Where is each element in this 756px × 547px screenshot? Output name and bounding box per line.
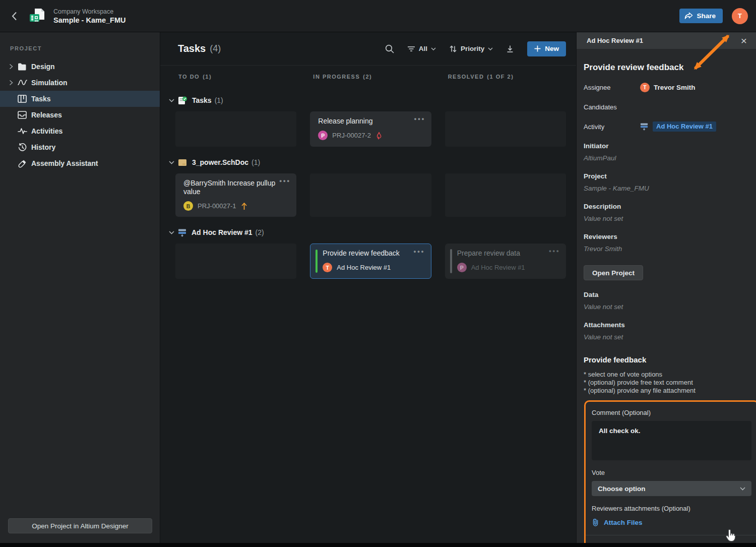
card-menu-icon[interactable]: ●●● bbox=[413, 249, 424, 254]
reviewers-value: Trevor Smith bbox=[584, 245, 756, 253]
project-logo-icon bbox=[27, 6, 47, 26]
activity-pulse-icon bbox=[17, 128, 27, 135]
filter-dropdown[interactable]: All bbox=[407, 45, 436, 52]
empty-slot bbox=[310, 173, 431, 217]
task-card-prepare-review-data[interactable]: Prepare review data ●●● P Ad Hoc Review … bbox=[445, 244, 566, 279]
sidebar-item-simulation[interactable]: Simulation bbox=[0, 75, 160, 91]
user-avatar[interactable]: T bbox=[732, 8, 748, 24]
description-value: Value not set bbox=[584, 215, 756, 222]
avatar: B bbox=[183, 201, 193, 211]
sidebar-item-tasks[interactable]: Tasks bbox=[0, 91, 160, 107]
reviewers-field: Reviewers Trevor Smith bbox=[584, 233, 756, 253]
task-title: Provide review feedback bbox=[584, 63, 756, 73]
data-label: Data bbox=[584, 291, 756, 298]
instruction-line: * (optional) provide free text comment bbox=[584, 379, 756, 387]
share-button[interactable]: Share bbox=[679, 9, 723, 23]
sidebar-item-assembly-assistant[interactable]: Assembly Assistant bbox=[0, 155, 160, 171]
screwdriver-icon bbox=[17, 159, 27, 168]
group-count: (1) bbox=[215, 96, 223, 104]
download-button[interactable] bbox=[506, 45, 514, 53]
back-button[interactable] bbox=[4, 6, 24, 26]
sidebar-item-label: History bbox=[31, 143, 55, 151]
project-field: Project Sample - Kame_FMU bbox=[584, 172, 756, 192]
feedback-form-highlight: Comment (Optional) All check ok. Vote Ch… bbox=[584, 400, 756, 547]
card-reference: PRJ-00027-2 bbox=[332, 132, 371, 139]
card-menu-icon[interactable]: ●●● bbox=[549, 249, 560, 254]
comment-input[interactable]: All check ok. bbox=[592, 421, 751, 460]
card-reference: PRJ-00027-1 bbox=[198, 202, 236, 210]
new-task-button[interactable]: New bbox=[527, 41, 566, 56]
panel-header-title: Ad Hoc Review #1 bbox=[587, 37, 738, 44]
review-activity-icon bbox=[178, 228, 187, 237]
group-header[interactable]: Tasks (1) bbox=[160, 94, 576, 107]
card-activity-tag: Ad Hoc Review #1 bbox=[337, 264, 391, 271]
priority-up-arrow-icon bbox=[241, 202, 247, 210]
page-title: Tasks bbox=[178, 43, 206, 54]
reviewers-label: Reviewers bbox=[584, 233, 756, 240]
sidebar-item-design[interactable]: Design bbox=[0, 58, 160, 75]
description-field: Description Value not set bbox=[584, 203, 756, 222]
project-name: Sample - Kame_FMU bbox=[53, 16, 125, 24]
initiator-value: AltiumPaul bbox=[584, 154, 756, 162]
card-activity-tag: Ad Hoc Review #1 bbox=[471, 264, 525, 271]
empty-slot bbox=[175, 244, 296, 279]
chevron-down-icon[interactable] bbox=[169, 161, 174, 164]
vote-selected-value: Choose option bbox=[598, 485, 740, 493]
card-title: Prepare review data bbox=[457, 249, 559, 258]
releases-icon bbox=[17, 111, 27, 119]
avatar: P bbox=[318, 131, 328, 140]
task-card-release-planning[interactable]: Release planning ●●● P PRJ-00027-2 bbox=[310, 111, 431, 147]
sidebar-item-label: Activities bbox=[31, 127, 62, 135]
panel-header: Ad Hoc Review #1 × bbox=[577, 32, 756, 49]
group-header[interactable]: Ad Hoc Review #1 (2) bbox=[160, 226, 576, 239]
download-icon bbox=[506, 45, 514, 53]
chevron-down-icon[interactable] bbox=[169, 231, 174, 234]
group-name: 3_power.SchDoc bbox=[192, 158, 248, 166]
reviewers-attachments-label: Reviewers attachments (Optional) bbox=[592, 505, 751, 512]
group-3-power-schdoc: 3_power.SchDoc (1) @BarrySmith Increase … bbox=[160, 156, 576, 217]
sort-dropdown[interactable]: Priority bbox=[449, 45, 493, 52]
task-card-provide-review-feedback[interactable]: Provide review feedback ●●● T Ad Hoc Rev… bbox=[310, 244, 431, 279]
chevron-right-icon[interactable] bbox=[7, 64, 15, 70]
sort-label: Priority bbox=[461, 45, 484, 52]
column-headers: TO DO(1) IN PROGRESS(2) RESOLVED(1 OF 2) bbox=[160, 66, 576, 85]
workspace-label: Company Workspace bbox=[53, 8, 125, 15]
column-header-in-progress: IN PROGRESS(2) bbox=[310, 74, 431, 80]
close-icon[interactable]: × bbox=[738, 34, 750, 47]
sidebar-item-history[interactable]: History bbox=[0, 139, 160, 155]
open-project-in-altium-designer-button[interactable]: Open Project in Altium Designer bbox=[8, 518, 152, 533]
chevron-right-icon[interactable] bbox=[7, 80, 15, 86]
panel-body: Provide review feedback Assignee T Trevo… bbox=[577, 49, 756, 547]
chevron-left-icon bbox=[12, 12, 17, 21]
group-header[interactable]: 3_power.SchDoc (1) bbox=[160, 156, 576, 169]
kanban-icon bbox=[17, 95, 27, 103]
chevron-down-icon[interactable] bbox=[169, 99, 174, 102]
schematic-document-icon bbox=[178, 159, 187, 166]
assignee-row: Assignee T Trevor Smith bbox=[584, 82, 756, 92]
sidebar: PROJECT Design Simulation Tasks Releases bbox=[0, 32, 160, 547]
plus-icon bbox=[534, 45, 541, 52]
instruction-line: * (optional) provide any file attachment bbox=[584, 387, 756, 395]
open-project-button[interactable]: Open Project bbox=[584, 265, 643, 280]
history-clock-icon bbox=[17, 143, 27, 152]
group-ad-hoc-review: Ad Hoc Review #1 (2) Provide review feed… bbox=[160, 226, 576, 279]
search-button[interactable] bbox=[385, 44, 394, 53]
attach-files-link[interactable]: Attach Files bbox=[592, 518, 751, 526]
chevron-down-icon bbox=[488, 47, 493, 50]
card-menu-icon[interactable]: ●●● bbox=[414, 116, 425, 121]
card-menu-icon[interactable]: ●●● bbox=[279, 178, 290, 184]
vote-select[interactable]: Choose option bbox=[592, 481, 751, 496]
board-header: Tasks (4) All Priority bbox=[160, 32, 576, 66]
attachments-label: Attachments bbox=[584, 321, 756, 329]
task-card-increase-pullup[interactable]: @BarrySmith Increase pullup value ●●● B … bbox=[175, 173, 296, 217]
assignee-avatar: T bbox=[640, 83, 650, 92]
initiator-field: Initiator AltiumPaul bbox=[584, 142, 756, 162]
window-bottom-edge bbox=[0, 543, 756, 547]
activity-link-tag[interactable]: Ad Hoc Review #1 bbox=[653, 121, 716, 132]
sidebar-item-activities[interactable]: Activities bbox=[0, 123, 160, 139]
avatar: T bbox=[323, 263, 332, 272]
assignee-label: Assignee bbox=[584, 84, 640, 91]
feedback-instructions: * select one of vote options * (optional… bbox=[584, 371, 756, 395]
chevron-down-icon bbox=[740, 487, 745, 491]
sidebar-item-releases[interactable]: Releases bbox=[0, 107, 160, 123]
